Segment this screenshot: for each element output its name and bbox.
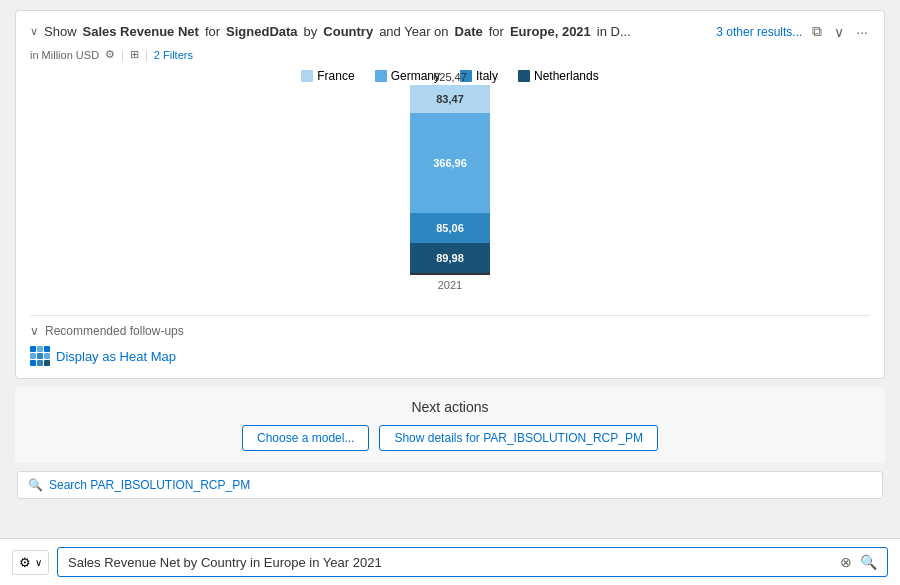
next-actions-buttons: Choose a model... Show details for PAR_I… (242, 425, 658, 451)
heatmap-label: Display as Heat Map (56, 349, 176, 364)
card-header: ∨ Show Sales Revenue Net for SignedData … (30, 21, 870, 42)
legend-label-netherlands: Netherlands (534, 69, 599, 83)
input-icons: ⊗ 🔍 (840, 554, 877, 570)
show-details-button[interactable]: Show details for PAR_IBSOLUTION_RCP_PM (379, 425, 658, 451)
bar-x-label: 2021 (438, 279, 462, 291)
chevron-down-icon[interactable]: ∨ (832, 22, 846, 42)
bar-segment-italy: 85,06 (410, 213, 490, 243)
title-bold2: SignedData (226, 24, 298, 39)
title-by: by (304, 24, 318, 39)
copy-icon[interactable]: ⧉ (810, 21, 824, 42)
title-bold1: Sales Revenue Net (83, 24, 199, 39)
legend-item-france: France (301, 69, 354, 83)
settings-button[interactable]: ⚙ ∨ (12, 550, 49, 575)
legend-color-netherlands (518, 70, 530, 82)
table-icon[interactable]: ⊞ (130, 48, 139, 61)
bar-segment-germany: 366,96 (410, 113, 490, 213)
search-input-bar[interactable]: Sales Revenue Net by Country in Europe i… (57, 547, 888, 577)
followups-chevron: ∨ (30, 324, 39, 338)
card-actions: 3 other results... ⧉ ∨ ··· (716, 21, 870, 42)
title-in: in D... (597, 24, 631, 39)
next-actions-section: Next actions Choose a model... Show deta… (15, 387, 885, 463)
currency-label: in Million USD (30, 49, 99, 61)
card-title: ∨ Show Sales Revenue Net for SignedData … (30, 24, 631, 39)
bar-2021: 625,47 83,47 366,96 85,06 89,98 2021 (410, 71, 490, 291)
title-for: for (205, 24, 220, 39)
followups-section: ∨ Recommended follow-ups Display as Heat… (30, 315, 870, 368)
chevron-icon[interactable]: ∨ (30, 25, 38, 38)
bar-segment-netherlands: 89,98 (410, 243, 490, 273)
legend-label-france: France (317, 69, 354, 83)
heatmap-link[interactable]: Display as Heat Map (30, 344, 870, 368)
filters-link[interactable]: 2 Filters (154, 49, 193, 61)
next-actions-title: Next actions (411, 399, 488, 415)
followups-header[interactable]: ∨ Recommended follow-ups (30, 324, 870, 338)
divider2: | (145, 49, 148, 61)
settings-chevron-icon: ∨ (35, 557, 42, 568)
heatmap-icon (30, 346, 50, 366)
search-suggestion-icon: 🔍 (28, 478, 43, 492)
bar-top-label: 625,47 (433, 71, 467, 83)
legend-item-netherlands: Netherlands (518, 69, 599, 83)
divider: | (121, 49, 124, 61)
clear-icon[interactable]: ⊗ (840, 554, 852, 570)
more-options-icon[interactable]: ··· (854, 22, 870, 42)
bottom-bar: ⚙ ∨ Sales Revenue Net by Country in Euro… (0, 538, 900, 585)
chart-area: 625,47 83,47 366,96 85,06 89,98 2021 (30, 91, 870, 311)
bar-segment-france: 83,47 (410, 85, 490, 113)
title-and: and Year on (379, 24, 448, 39)
other-results-link[interactable]: 3 other results... (716, 25, 802, 39)
choose-model-button[interactable]: Choose a model... (242, 425, 369, 451)
settings-icon: ⚙ (19, 555, 31, 570)
search-icon[interactable]: 🔍 (860, 554, 877, 570)
search-suggestion-text: Search PAR_IBSOLUTION_RCP_PM (49, 478, 250, 492)
input-value: Sales Revenue Net by Country in Europe i… (68, 555, 382, 570)
title-prefix: Show (44, 24, 77, 39)
legend-color-germany (375, 70, 387, 82)
title-bold3: Country (323, 24, 373, 39)
search-suggestion[interactable]: 🔍 Search PAR_IBSOLUTION_RCP_PM (17, 471, 883, 499)
stacked-bar: 83,47 366,96 85,06 89,98 (410, 85, 490, 275)
legend-color-france (301, 70, 313, 82)
card-subtitle: in Million USD ⚙ | ⊞ | 2 Filters (30, 48, 870, 61)
followups-title: Recommended follow-ups (45, 324, 184, 338)
title-bold4: Date (455, 24, 483, 39)
result-card: ∨ Show Sales Revenue Net for SignedData … (15, 10, 885, 379)
gear-icon[interactable]: ⚙ (105, 48, 115, 61)
title-bold5: Europe, 2021 (510, 24, 591, 39)
title-for2: for (489, 24, 504, 39)
